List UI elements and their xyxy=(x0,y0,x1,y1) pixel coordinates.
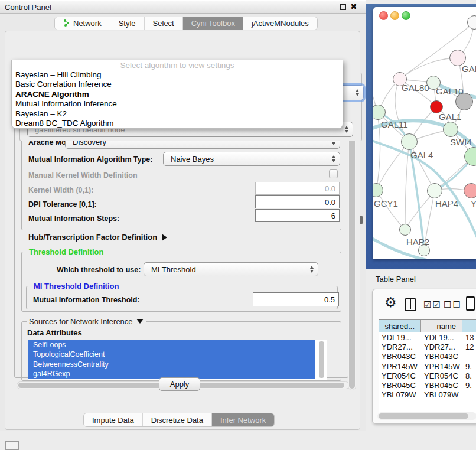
network-view-window[interactable]: GALGAL80GAL10GAL1GAL11GAL4SWI4GCY1HAP4YH… xyxy=(373,7,476,259)
cyni-toolbox-panel: gal-filtered sif default node Select alg… xyxy=(5,31,360,430)
table-row[interactable]: YER054C YER054C 8. xyxy=(379,371,476,381)
network-node[interactable] xyxy=(373,105,386,120)
network-node[interactable] xyxy=(401,133,418,150)
table-panel-title: Table Panel xyxy=(376,275,416,283)
zoom-window-icon[interactable] xyxy=(402,11,410,20)
algorithm-dropdown-item[interactable]: Basic Correlation Inference xyxy=(12,80,343,89)
list-scrollbar[interactable] xyxy=(319,341,324,378)
close-window-icon[interactable] xyxy=(379,11,388,20)
dpi-tolerance-field[interactable]: 0.0 xyxy=(255,195,340,208)
sources-toggle[interactable]: Sources for Network Inference xyxy=(27,317,146,326)
table-toolbar: ⚙ ☑☑ ☐☐ xyxy=(373,289,476,319)
screen: Control Panel ✖ Network Style Select Cyn… xyxy=(0,0,476,450)
stepper-arrows-icon xyxy=(332,155,335,162)
network-node-label: SWI4 xyxy=(450,137,472,147)
apply-button[interactable]: Apply xyxy=(159,377,200,391)
table-row[interactable]: YDL19... YDL19... 13 xyxy=(379,333,476,343)
network-node[interactable] xyxy=(399,224,411,236)
tab-label: Style xyxy=(119,19,136,28)
table-row[interactable]: YBR043C YBR043C xyxy=(379,352,476,361)
dpi-tolerance-label: DPI Tolerance [0,1]: xyxy=(28,200,97,208)
select-all-checkboxes-icon[interactable]: ☑☑ xyxy=(423,299,442,310)
settings-vertical-scrollbar[interactable] xyxy=(348,108,356,390)
hub-definition-toggle[interactable]: Hub/Transcription Factor Definition xyxy=(28,233,167,242)
bottom-tabbar: Impute Data Discretize Data Infer Networ… xyxy=(83,413,275,427)
table-row[interactable]: YPR145W YPR145W 9. xyxy=(379,362,476,371)
network-window-titlebar xyxy=(373,7,476,26)
column-header-name[interactable]: name xyxy=(421,320,462,332)
gear-icon[interactable]: ⚙ xyxy=(384,295,397,311)
table-row[interactable]: YLR345W YLR345W 9. xyxy=(379,400,476,400)
mi-steps-field[interactable]: 6 xyxy=(255,209,340,222)
split-columns-icon[interactable] xyxy=(405,298,416,311)
kernel-width-field[interactable]: 0.0 xyxy=(255,182,340,195)
manual-kernel-checkbox[interactable] xyxy=(329,169,338,178)
node-table: shared... name YDL19... YDL19... 13 YDR2… xyxy=(379,319,476,414)
group-title: Threshold Definition xyxy=(27,247,106,256)
network-node-label: GAL1 xyxy=(439,112,461,122)
network-node[interactable] xyxy=(464,183,476,198)
table-horizontal-scrollbar[interactable] xyxy=(377,412,476,420)
data-attribute-item[interactable]: SelfLoops xyxy=(28,340,315,350)
tab-style[interactable]: Style xyxy=(110,17,145,30)
tab-label: Select xyxy=(153,19,174,28)
data-attribute-item[interactable]: TopologicalCoefficient xyxy=(28,350,315,359)
mi-threshold-field[interactable]: 0.5 xyxy=(253,292,339,306)
network-node[interactable] xyxy=(427,183,442,198)
table-row[interactable]: YBR045C YBR045C 9. xyxy=(379,381,476,390)
algorithm-dropdown-item[interactable]: Mutual Information Inference xyxy=(12,99,343,109)
tab-cyni-toolbox[interactable]: Cyni Toolbox xyxy=(183,17,243,30)
network-tab-icon xyxy=(63,19,70,28)
mi-type-combobox[interactable]: Naive Bayes xyxy=(163,152,340,166)
tab-infer-network[interactable]: Infer Network xyxy=(212,413,274,426)
panel-divider-grip[interactable] xyxy=(360,216,363,224)
network-node[interactable] xyxy=(464,147,476,166)
document-icon[interactable] xyxy=(466,296,475,311)
minimized-panel-icon[interactable] xyxy=(5,441,19,450)
control-panel-titlebar: Control Panel ✖ xyxy=(0,0,366,14)
tab-label: Infer Network xyxy=(220,416,266,425)
algorithm-dropdown-item[interactable]: Bayesian – Hill Climbing xyxy=(12,70,343,80)
float-panel-icon[interactable] xyxy=(340,4,346,10)
table-row[interactable]: YBL079W YBL079W xyxy=(379,390,476,400)
stepper-arrows-icon xyxy=(356,89,359,96)
network-node[interactable] xyxy=(373,183,383,197)
group-title: MI Threshold Definition xyxy=(31,282,121,291)
network-nodes-layer: GALGAL80GAL10GAL1GAL11GAL4SWI4GCY1HAP4YH… xyxy=(373,7,476,259)
close-panel-icon[interactable]: ✖ xyxy=(350,2,357,11)
tab-impute-data[interactable]: Impute Data xyxy=(84,413,143,426)
data-attributes-label: Data Attributes xyxy=(27,328,82,337)
table-panel-window: ⚙ ☑☑ ☐☐ shared... name YDL19... YDL19...… xyxy=(372,289,476,424)
network-node-label: GAL80 xyxy=(402,83,429,93)
tab-jactivemnodules[interactable]: jActiveMNodules xyxy=(243,17,317,30)
tab-network[interactable]: Network xyxy=(55,17,110,30)
tab-label: Impute Data xyxy=(92,416,134,425)
tab-label: Cyni Toolbox xyxy=(191,19,235,28)
data-attributes-items: SelfLoopsTopologicalCoefficientBetweenne… xyxy=(28,340,327,379)
algorithm-dropdown-item[interactable]: Dream8 DC_TDC Algorithm xyxy=(12,119,343,128)
tab-discretize-data[interactable]: Discretize Data xyxy=(143,413,212,426)
algorithm-dropdown-prompt: Select algorithm to view settings xyxy=(12,60,343,70)
network-node-label: GAL xyxy=(462,64,476,74)
mi-type-value: Naive Bayes xyxy=(171,155,214,164)
tab-label: jActiveMNodules xyxy=(252,19,309,28)
data-attribute-item[interactable]: BetweennessCentrality xyxy=(28,360,315,369)
column-header-shared-name[interactable]: shared... xyxy=(379,320,421,332)
network-node[interactable] xyxy=(443,122,458,137)
algorithm-dropdown-item[interactable]: Bayesian – K2 xyxy=(12,109,343,119)
which-threshold-combobox[interactable]: MI Threshold xyxy=(144,262,318,276)
table-header-row: shared... name xyxy=(379,319,476,332)
stepper-arrows-icon xyxy=(310,266,314,273)
column-header-partial[interactable] xyxy=(462,320,476,332)
collapsed-arrow-icon xyxy=(162,234,167,241)
minimize-window-icon[interactable] xyxy=(390,11,399,20)
tab-select[interactable]: Select xyxy=(145,17,183,30)
deselect-all-checkboxes-icon[interactable]: ☐☐ xyxy=(444,299,462,310)
network-node-label: HAP2 xyxy=(406,237,429,247)
algorithm-dropdown-item[interactable]: ARACNE Algorithm xyxy=(12,90,343,99)
mi-type-label: Mutual Information Algorithm Type: xyxy=(28,155,152,164)
settings-viewport: Cyni Algorithm Settings Algorithm Defini… xyxy=(9,107,357,390)
network-node-label: GAL11 xyxy=(381,119,408,129)
table-row[interactable]: YDR27... YDR27... 12 xyxy=(379,343,476,352)
which-threshold-label: Which threshold to use: xyxy=(57,266,141,274)
